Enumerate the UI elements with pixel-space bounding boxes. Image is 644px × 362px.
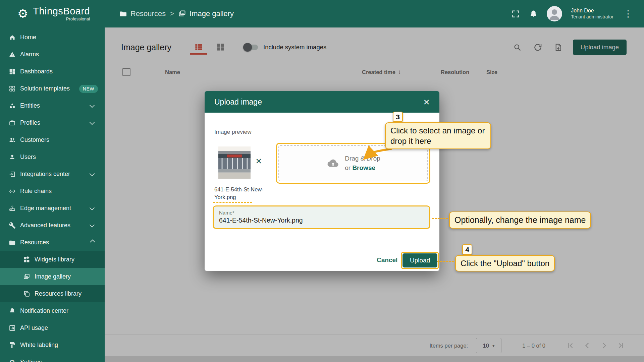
alarm-icon (8, 51, 16, 58)
advanced-features-icon (8, 222, 16, 229)
thingsboard-app: ⚙ ThingsBoard Professional Resources > I… (0, 0, 644, 362)
white-labeling-icon (8, 342, 16, 349)
top-bar: ⚙ ThingsBoard Professional Resources > I… (0, 0, 644, 27)
sidebar-item-edge-management[interactable]: Edge management (0, 200, 105, 217)
selected-file-name: 641-E-54th-St-New-York.png (214, 186, 265, 201)
image-gallery-icon (23, 273, 30, 281)
chevron-up-icon (90, 239, 95, 245)
dashboards-icon (8, 68, 16, 75)
breadcrumb-separator: > (170, 9, 174, 18)
sidebar-item-white-labeling[interactable]: White labeling (0, 337, 105, 354)
user-avatar[interactable] (547, 6, 562, 21)
close-icon[interactable]: × (423, 97, 430, 107)
sidebar-item-dashboards[interactable]: Dashboards (0, 63, 105, 80)
notification-center-icon (8, 307, 16, 315)
upload-button[interactable]: Upload (402, 253, 437, 267)
image-name-input[interactable] (219, 217, 424, 224)
chevron-down-icon (90, 120, 95, 125)
home-icon (8, 34, 16, 41)
sidebar-item-advanced-features[interactable]: Advanced features (0, 217, 105, 234)
folder-icon (119, 10, 127, 18)
cloud-upload-icon (326, 158, 340, 169)
user-name: John Doe (571, 7, 613, 14)
topbar-actions: John Doe Tenant administrator ⋮ (511, 6, 644, 21)
sidebar-item-settings[interactable]: ⚙ Settings (0, 354, 105, 362)
image-gallery-icon (178, 10, 186, 18)
breadcrumb-current-label: Image gallery (190, 9, 234, 18)
breadcrumb: Resources > Image gallery (105, 9, 234, 18)
rule-chains-icon (8, 188, 16, 195)
fullscreen-icon[interactable] (511, 9, 520, 18)
breadcrumb-image-gallery: Image gallery (178, 9, 234, 18)
sidebar-item-api-usage[interactable]: API usage (0, 319, 105, 337)
chevron-down-icon (90, 222, 95, 228)
edge-management-icon (8, 205, 16, 212)
image-preview-thumbnail (218, 146, 251, 179)
customers-icon (8, 136, 16, 144)
thingsboard-logo[interactable]: ⚙ ThingsBoard Professional (0, 6, 105, 21)
upload-image-dialog: Upload image × Image preview × (205, 91, 439, 271)
sidebar-item-users[interactable]: Users (0, 148, 105, 166)
dialog-header: Upload image × (205, 91, 439, 113)
sidebar-item-resources[interactable]: Resources (0, 234, 105, 251)
dropzone-highlight: Drag & Drop or Browse (276, 143, 430, 184)
sidebar-item-profiles[interactable]: Profiles (0, 114, 105, 131)
dropzone-text: Drag & Drop or Browse (345, 154, 380, 172)
user-info[interactable]: John Doe Tenant administrator (571, 7, 613, 20)
new-badge: NEW (79, 85, 98, 93)
name-field-highlight: Name* (213, 205, 430, 229)
sidebar-item-home[interactable]: Home (0, 29, 105, 46)
sidebar-item-rule-chains[interactable]: Rule chains (0, 183, 105, 200)
storefront-photo (218, 146, 251, 179)
breadcrumb-resources-label: Resources (130, 9, 166, 18)
dropzone-line2: or Browse (345, 163, 380, 173)
notifications-bell-icon[interactable] (529, 9, 538, 18)
solution-templates-icon (8, 85, 16, 93)
brand-subtitle: Professional (33, 17, 90, 21)
more-options-icon[interactable]: ⋮ (622, 8, 634, 19)
api-usage-icon (8, 324, 16, 332)
dialog-title: Upload image (214, 98, 262, 107)
widgets-library-icon (23, 256, 30, 263)
resources-library-icon (23, 290, 30, 298)
sidebar-item-alarms[interactable]: Alarms (0, 46, 105, 63)
chevron-down-icon (90, 171, 95, 176)
sidebar-item-customers[interactable]: Customers (0, 131, 105, 148)
remove-image-icon[interactable]: × (256, 156, 262, 166)
breadcrumb-resources[interactable]: Resources (119, 9, 166, 18)
users-icon (8, 154, 16, 161)
sidebar-item-entities[interactable]: Entities (0, 97, 105, 114)
sidebar-item-resources-library[interactable]: Resources library (0, 285, 105, 302)
chevron-down-icon (90, 103, 95, 108)
brand-name: ThingsBoard (33, 6, 90, 16)
cancel-button[interactable]: Cancel (377, 256, 397, 264)
sidebar: Home Alarms Dashboards Solution template… (0, 27, 105, 362)
image-preview-label: Image preview (214, 129, 252, 135)
chevron-down-icon (90, 205, 95, 210)
profiles-icon (8, 119, 16, 127)
sidebar-item-widgets-library[interactable]: Widgets library (0, 251, 105, 268)
annotation-underline (213, 202, 252, 203)
name-field-label: Name* (219, 210, 424, 216)
brand-text: ThingsBoard Professional (33, 6, 90, 21)
resources-folder-icon (8, 239, 16, 246)
integrations-icon (8, 171, 16, 178)
entities-icon (8, 102, 16, 110)
sidebar-item-integrations-center[interactable]: Integrations center (0, 166, 105, 183)
user-role: Tenant administrator (571, 14, 613, 20)
logo-gear-icon: ⚙ (17, 8, 28, 20)
dropzone-line1: Drag & Drop (345, 154, 380, 163)
file-dropzone[interactable]: Drag & Drop or Browse (278, 145, 428, 181)
sidebar-item-image-gallery[interactable]: Image gallery (0, 268, 105, 285)
sidebar-item-solution-templates[interactable]: Solution templates NEW (0, 80, 105, 97)
settings-gear-icon: ⚙ (8, 359, 16, 362)
browse-link[interactable]: Browse (352, 164, 375, 171)
sidebar-item-notification-center[interactable]: Notification center (0, 302, 105, 319)
upload-button-highlight: Upload (401, 252, 439, 269)
